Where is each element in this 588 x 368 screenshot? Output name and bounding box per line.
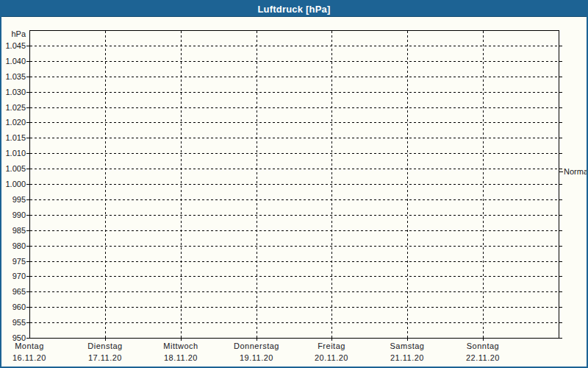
x-day-label: Samstag (370, 341, 444, 351)
y-tick-mark (559, 61, 562, 62)
y-gridline (30, 307, 558, 308)
y-gridline (30, 77, 558, 77)
y-tick-label: 1.025 (1, 102, 26, 113)
x-day-label: Dienstag (68, 341, 142, 351)
y-gridline (30, 215, 558, 216)
y-tick-mark (26, 153, 29, 154)
x-gridline (105, 31, 106, 338)
y-tick-mark (559, 153, 562, 154)
y-tick-mark (559, 276, 562, 277)
y-tick-label: 975 (1, 256, 26, 266)
y-tick-mark (559, 138, 562, 138)
y-axis-unit-label: hPa (1, 29, 26, 39)
y-tick-mark (559, 107, 562, 108)
y-tick-mark (26, 307, 29, 308)
y-tick-label: 1.005 (1, 163, 26, 174)
y-tick-label: 990 (1, 210, 26, 220)
y-gridline (30, 92, 558, 93)
y-tick-mark (26, 61, 29, 62)
y-tick-mark (559, 261, 562, 262)
y-tick-mark (26, 215, 29, 216)
y-gridline (30, 261, 558, 262)
y-tick-label: 960 (1, 302, 26, 312)
normal-tick-mark (559, 171, 563, 172)
y-tick-label: 1.015 (1, 132, 26, 143)
x-date-label: 17.11.20 (68, 353, 142, 363)
normal-annotation-label: Normal (564, 166, 588, 177)
x-day-label: Mittwoch (144, 341, 218, 351)
y-gridline (30, 291, 558, 292)
y-tick-mark (26, 276, 29, 277)
chart-canvas: hPa 1.0451.0401.0351.0301.0251.0201.0151… (1, 1, 587, 367)
y-gridline (30, 61, 558, 62)
x-date-label: 22.11.20 (446, 353, 520, 363)
y-tick-mark (26, 138, 29, 138)
y-gridline (30, 169, 558, 169)
y-tick-mark (26, 184, 29, 185)
y-tick-mark (559, 215, 562, 216)
y-tick-mark (559, 291, 562, 292)
x-date-label: 16.11.20 (0, 353, 66, 363)
y-tick-label: 965 (1, 286, 26, 297)
y-tick-mark (26, 291, 29, 292)
y-tick-mark (26, 46, 29, 46)
y-gridline (30, 230, 558, 231)
x-date-label: 19.11.20 (220, 353, 293, 363)
y-tick-label: 995 (1, 194, 26, 205)
y-tick-mark (559, 46, 562, 46)
chart-window: Luftdruck [hPa] hPa 1.0451.0401.0351.030… (0, 0, 588, 368)
y-gridline (30, 46, 558, 46)
x-date-label: 21.11.20 (370, 353, 444, 363)
y-tick-mark (26, 338, 29, 339)
x-day-label: Freitag (295, 341, 368, 351)
y-tick-label: 1.035 (1, 71, 26, 82)
y-tick-label: 985 (1, 225, 26, 236)
x-gridline (331, 31, 332, 338)
y-tick-label: 970 (1, 271, 26, 281)
y-tick-mark (26, 77, 29, 77)
y-tick-mark (559, 77, 562, 77)
y-tick-label: 1.030 (1, 87, 26, 97)
y-tick-mark (26, 199, 29, 200)
y-gridline (30, 107, 558, 108)
y-tick-mark (26, 230, 29, 231)
y-gridline (30, 122, 558, 123)
y-tick-mark (26, 122, 29, 123)
x-gridline (407, 31, 408, 338)
y-tick-label: 955 (1, 317, 26, 328)
y-tick-mark (559, 230, 562, 231)
y-tick-mark (559, 338, 562, 339)
y-tick-mark (559, 184, 562, 185)
y-gridline (30, 199, 558, 200)
y-tick-mark (559, 246, 562, 247)
y-tick-label: 1.000 (1, 179, 26, 189)
x-day-label: Sonntag (446, 341, 520, 351)
x-date-label: 20.11.20 (295, 353, 368, 363)
y-gridline (30, 138, 558, 138)
x-day-label: Donnerstag (220, 341, 293, 351)
y-gridline (30, 153, 558, 154)
y-tick-mark (559, 122, 562, 123)
y-gridline (30, 276, 558, 277)
y-tick-label: 980 (1, 241, 26, 251)
y-tick-mark (559, 307, 562, 308)
y-tick-label: 1.045 (1, 40, 26, 51)
y-gridline (30, 184, 558, 185)
y-tick-mark (26, 169, 29, 169)
y-tick-mark (26, 322, 29, 323)
y-tick-mark (559, 92, 562, 93)
y-tick-mark (559, 322, 562, 323)
x-gridline (483, 31, 484, 338)
y-tick-mark (26, 246, 29, 247)
y-tick-mark (26, 92, 29, 93)
y-tick-label: 1.040 (1, 56, 26, 66)
y-tick-label: 1.020 (1, 117, 26, 127)
y-gridline (30, 246, 558, 247)
x-gridline (257, 31, 257, 338)
y-tick-mark (26, 107, 29, 108)
y-tick-mark (559, 169, 562, 169)
x-day-label: Montag (0, 341, 66, 351)
y-tick-mark (26, 261, 29, 262)
y-tick-label: 1.010 (1, 148, 26, 158)
y-tick-mark (559, 199, 562, 200)
